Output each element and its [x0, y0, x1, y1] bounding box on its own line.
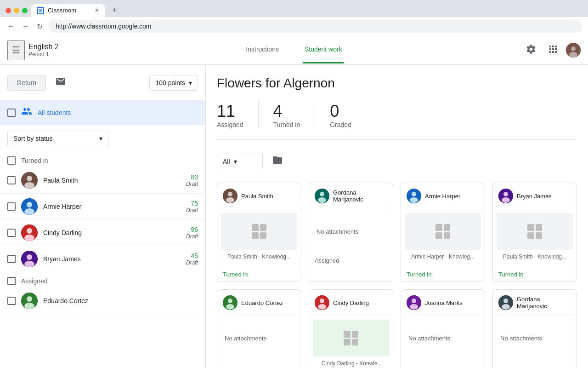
apps-button[interactable]	[544, 40, 562, 60]
card-name: Gordana Marijanovic	[333, 189, 387, 203]
card-avatar	[223, 295, 237, 310]
new-tab-button[interactable]: +	[108, 4, 121, 17]
student-checkbox[interactable]	[7, 255, 16, 263]
student-avatar	[21, 198, 38, 215]
svg-point-33	[226, 304, 234, 310]
student-card[interactable]: Gordana Marijanovic No attachments	[492, 289, 577, 368]
svg-point-20	[228, 192, 232, 196]
dot-red[interactable]	[6, 8, 11, 13]
refresh-button[interactable]: ↻	[35, 20, 45, 33]
forward-button[interactable]: →	[20, 20, 31, 32]
student-row[interactable]: Bryan James 45 Draft	[0, 246, 205, 272]
all-students-checkbox[interactable]	[7, 109, 16, 117]
student-avatar	[21, 293, 38, 309]
grade-value: 45	[186, 252, 198, 259]
student-grade: 75 Draft	[186, 200, 198, 213]
svg-point-17	[27, 296, 32, 302]
card-header: Cindy Darling	[309, 290, 393, 316]
card-body: No attachments	[217, 316, 301, 360]
browser-chrome: Classroom ✕ + ← → ↻	[0, 0, 588, 35]
dropdown-arrow-icon: ▾	[189, 79, 192, 86]
tab-student-work[interactable]: Student work	[303, 36, 344, 63]
mail-icon	[55, 76, 66, 87]
svg-point-30	[502, 197, 510, 203]
back-button[interactable]: ←	[6, 20, 17, 32]
card-name: Cindy Darling	[333, 299, 369, 306]
mail-button[interactable]	[51, 72, 70, 93]
student-row[interactable]: Paula Smith 83 Draft	[0, 167, 205, 194]
student-row[interactable]: Armie Harper 75 Draft	[0, 194, 205, 220]
grid-icon	[252, 224, 266, 239]
svg-point-29	[503, 192, 508, 196]
address-bar[interactable]	[48, 20, 582, 33]
student-card[interactable]: Paula Smith Paula Smith - Knowledg... Tu…	[217, 183, 301, 282]
app: ☰ English 2 Period 1 Instructions Studen…	[0, 35, 588, 368]
folder-icon	[272, 155, 283, 166]
nav-right	[522, 40, 581, 60]
svg-point-15	[24, 261, 34, 267]
student-checkbox[interactable]	[7, 176, 16, 184]
svg-point-38	[412, 299, 416, 303]
card-header: Gordana Marijanovic	[309, 183, 393, 209]
svg-point-27	[410, 197, 418, 203]
student-checkbox[interactable]	[7, 297, 16, 305]
student-avatar	[21, 251, 38, 267]
nav-brand: English 2 Period 1	[28, 43, 59, 58]
turned-in-checkbox[interactable]	[7, 156, 16, 165]
folder-button[interactable]	[268, 151, 287, 172]
card-file: Paula Smith - Knowledg...	[221, 253, 297, 260]
tab-close-button[interactable]: ✕	[95, 7, 99, 14]
card-header: Paula Smith	[217, 183, 301, 209]
student-card[interactable]: Gordana Marijanovic No attachments Assig…	[309, 183, 393, 282]
settings-button[interactable]	[522, 40, 540, 60]
svg-point-14	[27, 254, 32, 260]
browser-tab[interactable]: Classroom ✕	[31, 4, 105, 17]
svg-point-6	[24, 182, 34, 189]
student-row[interactable]: Cindy Darling 96 Draft	[0, 220, 205, 246]
card-status: Turned in	[217, 267, 301, 282]
student-card[interactable]: Eduardo Cortez No attachments	[217, 289, 301, 368]
svg-point-24	[318, 197, 326, 203]
sort-select[interactable]: Sort by status ▾	[7, 131, 108, 146]
filter-row: All ▾	[217, 151, 577, 172]
dot-green[interactable]	[22, 8, 28, 13]
filter-select[interactable]: All ▾	[217, 154, 263, 169]
tab-title: Classroom	[48, 7, 76, 14]
avatar[interactable]	[566, 43, 581, 58]
student-card[interactable]: Bryan James Paula Smith - Knowledg... Tu…	[492, 183, 577, 282]
right-content: Flowers for Algernon 11 Assigned 4 Turne…	[206, 65, 588, 368]
tab-instructions[interactable]: Instructions	[244, 36, 281, 63]
student-name: Armie Harper	[43, 203, 186, 210]
assigned-checkbox[interactable]	[7, 277, 16, 285]
student-card[interactable]: Joanna Marks No attachments	[401, 289, 485, 368]
student-grade: 96 Draft	[186, 226, 198, 240]
grade-status: Draft	[186, 207, 198, 213]
student-card[interactable]: Armie Harper Armie Harper - Knowleg... T…	[401, 183, 485, 282]
hamburger-menu[interactable]: ☰	[7, 40, 25, 60]
all-students-label: All students	[38, 109, 71, 116]
return-button[interactable]: Return	[7, 75, 46, 91]
stat-graded-label: Graded	[330, 121, 351, 128]
points-dropdown[interactable]: 100 points ▾	[149, 75, 198, 91]
avatar-image	[566, 43, 581, 58]
card-avatar	[223, 189, 237, 203]
sidebar: Return 100 points ▾	[0, 65, 206, 368]
stat-turned-in-label: Turned in	[273, 121, 300, 128]
dot-yellow[interactable]	[14, 8, 19, 13]
student-card[interactable]: Cindy Darling Cindy Darling - Knowle..	[309, 289, 393, 368]
student-name: Paula Smith	[43, 177, 186, 184]
student-checkbox[interactable]	[7, 202, 16, 211]
card-name: Armie Harper	[425, 193, 460, 200]
card-body: Paula Smith - Knowledg...	[493, 209, 577, 267]
all-students-row[interactable]: All students	[0, 100, 205, 125]
card-status	[401, 360, 485, 368]
student-checkbox[interactable]	[7, 229, 16, 237]
card-body: No attachments	[401, 316, 485, 360]
card-file: Armie Harper - Knowleg...	[405, 253, 481, 260]
student-row[interactable]: Eduardo Cortez	[0, 288, 205, 314]
card-thumbnail	[221, 213, 297, 250]
svg-point-3	[569, 52, 577, 58]
student-name: Eduardo Cortez	[43, 297, 198, 305]
sort-arrow-icon: ▾	[99, 135, 102, 142]
card-name: Joanna Marks	[425, 299, 463, 306]
